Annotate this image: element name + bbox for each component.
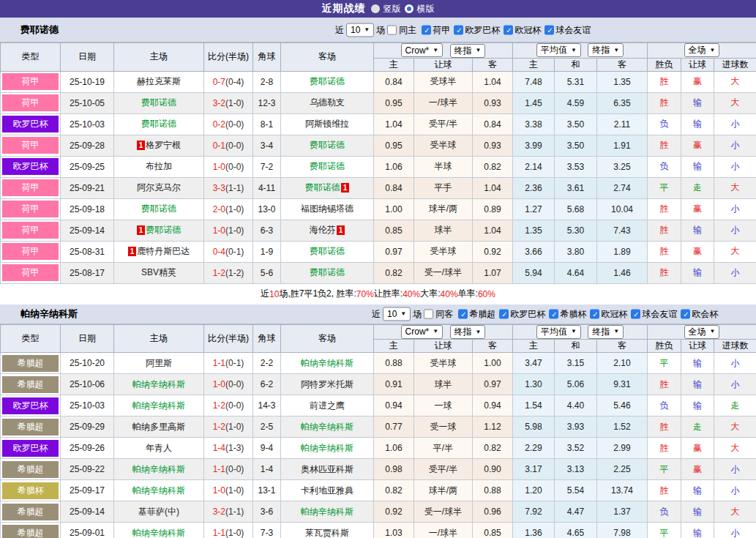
league-badge: 荷甲	[2, 201, 59, 217]
league-badge: 荷甲	[2, 222, 59, 239]
corner-count: 6-3	[253, 220, 281, 241]
odds-company-select[interactable]: Crow*▼	[401, 325, 444, 339]
team-name-text: 帕纳辛纳科斯	[132, 378, 185, 391]
halftime-score: (0-0)	[225, 119, 244, 130]
avg-draw-odds: 4.65	[555, 523, 597, 538]
match-score: 1-1(0-1)	[204, 353, 253, 374]
league-badge: 希腊杯	[2, 482, 59, 499]
handicap: 受一/球半	[414, 501, 473, 523]
corner-count: 3-6	[253, 501, 281, 523]
team-name-text: 莱瓦贾科斯	[305, 527, 349, 538]
league-filter-checkbox[interactable]	[544, 25, 554, 34]
same-venue-checkbox[interactable]	[424, 309, 433, 318]
avg-draw-odds: 5.30	[555, 220, 597, 241]
league-filter-checkbox[interactable]	[454, 25, 463, 34]
avg-company-select[interactable]: 平均值▼	[536, 43, 581, 57]
match-score: 3-2(1-1)	[204, 501, 253, 523]
corner-count: 14-3	[253, 395, 281, 416]
fulltime-score: 1-2	[213, 422, 225, 432]
chevron-down-icon: ▼	[476, 48, 482, 53]
corner-count: 6-2	[253, 374, 281, 395]
top-header-bar: 近期战绩 竖版 横版	[0, 0, 756, 18]
league-filter-checkbox[interactable]	[681, 309, 690, 318]
halftime-score: (0-0)	[225, 400, 244, 411]
away-odds: 0.84	[473, 113, 513, 135]
vertical-layout-radio[interactable]	[371, 4, 380, 13]
avg-draw-odds: 5.54	[555, 480, 597, 501]
odds-company-select[interactable]: Crow*▼	[401, 43, 444, 57]
match-date: 25-09-17	[61, 480, 114, 501]
handicap: 一球	[414, 395, 473, 416]
chevron-down-icon: ▼	[400, 311, 406, 317]
match-date: 25-10-03	[61, 395, 114, 416]
league-filter-checkbox[interactable]	[631, 309, 640, 318]
home-odds: 0.94	[374, 395, 414, 416]
league-filter-label: 希腊杯	[560, 307, 586, 320]
rank-badge: 1	[341, 183, 350, 193]
handicap-odds-group: Crow*▼ 终指▼	[374, 43, 513, 59]
league-filter-checkbox[interactable]	[549, 309, 558, 318]
fulltime-score: 2-0	[213, 204, 225, 214]
same-venue-checkbox[interactable]	[387, 25, 397, 34]
handicap: 半球	[414, 156, 473, 177]
avg-time-select[interactable]: 终指▼	[588, 43, 624, 57]
home-odds: 0.77	[374, 416, 414, 438]
match-count-select[interactable]: 10▼	[346, 23, 374, 37]
rank-badge: 1	[337, 225, 345, 235]
result-wdl: 胜	[648, 416, 681, 438]
away-team: 卡利地亚雅典	[301, 485, 353, 497]
avg-draw-odds: 5.68	[555, 198, 597, 220]
summary-text: 让胜率:	[374, 288, 403, 300]
avg-time-select[interactable]: 终指▼	[588, 325, 624, 339]
summary-text: 40%	[441, 289, 458, 299]
chevron-down-icon: ▼	[433, 329, 438, 335]
match-date: 25-10-06	[61, 374, 114, 395]
league-filter-checkbox[interactable]	[504, 25, 513, 34]
league-filter-checkbox[interactable]	[458, 309, 468, 318]
sub-header-away-odds: 客	[473, 340, 513, 353]
sub-header-avg-draw: 和	[555, 58, 597, 71]
handicap: 球半/两	[414, 198, 473, 220]
summary-text: 单率:	[458, 288, 478, 300]
match-score: 1-0(0-0)	[204, 374, 253, 395]
team-name-text: 帕纳辛纳科斯	[301, 421, 353, 433]
rank-badge: 1	[137, 225, 146, 235]
result-scope-select[interactable]: 全场▼	[684, 325, 720, 339]
avg-home-odds: 1.35	[513, 220, 555, 241]
result-goals: 大	[714, 501, 756, 523]
team-name-text: 卡利地亚雅典	[301, 485, 353, 497]
avg-away-odds: 1.37	[597, 501, 648, 523]
home-odds: 1.06	[374, 438, 414, 459]
league-filter-checkbox[interactable]	[590, 309, 599, 318]
odds-time-select[interactable]: 终指▼	[450, 325, 486, 339]
league-filter-checkbox[interactable]	[499, 309, 509, 318]
avg-company-select[interactable]: 平均值▼	[536, 325, 581, 339]
away-odds: 1.00	[473, 353, 513, 374]
team-name-text: SBV精英	[141, 266, 176, 279]
handicap: 受一/球半	[414, 262, 473, 283]
match-row: 希腊超25-09-22帕纳辛纳科斯1-1(0-0)1-4奥林匹亚科斯0.98受平…	[1, 459, 756, 480]
horizontal-layout-radio[interactable]	[405, 4, 413, 13]
layout-radio-group: 竖版 横版	[371, 3, 435, 15]
summary-text: 10	[269, 289, 279, 299]
result-scope-select[interactable]: 全场▼	[684, 43, 720, 57]
same-venue-label: 同主	[399, 23, 416, 36]
match-date: 25-09-29	[61, 416, 114, 438]
col-header-away: 客场	[281, 324, 374, 353]
section-header-bar: 费耶诺德 近 10▼ 场 同主 荷甲欧罗巴杯欧冠杯球会友谊	[0, 18, 756, 42]
home-odds: 1.00	[374, 198, 414, 220]
avg-away-odds: 10.04	[597, 198, 648, 220]
avg-draw-odds: 3.50	[555, 113, 597, 135]
handicap: 球半	[414, 374, 473, 395]
league-filter-checkbox[interactable]	[422, 25, 431, 34]
match-row: 欧罗巴杯25-09-25布拉加1-0(0-0)7-2费耶诺德1.06半球0.82…	[1, 156, 756, 177]
away-team: 福图纳锡塔德	[301, 203, 353, 215]
match-count-select[interactable]: 10▼	[383, 307, 411, 321]
corner-count: 7-3	[253, 523, 281, 538]
odds-time-select[interactable]: 终指▼	[450, 44, 486, 58]
halftime-score: (1-0)	[225, 204, 244, 214]
league-filter-label: 球会友谊	[555, 23, 591, 36]
fulltime-score: 0-2	[213, 119, 225, 130]
team-name-text: 费耶诺德	[141, 97, 176, 109]
near-label: 近	[372, 307, 381, 320]
